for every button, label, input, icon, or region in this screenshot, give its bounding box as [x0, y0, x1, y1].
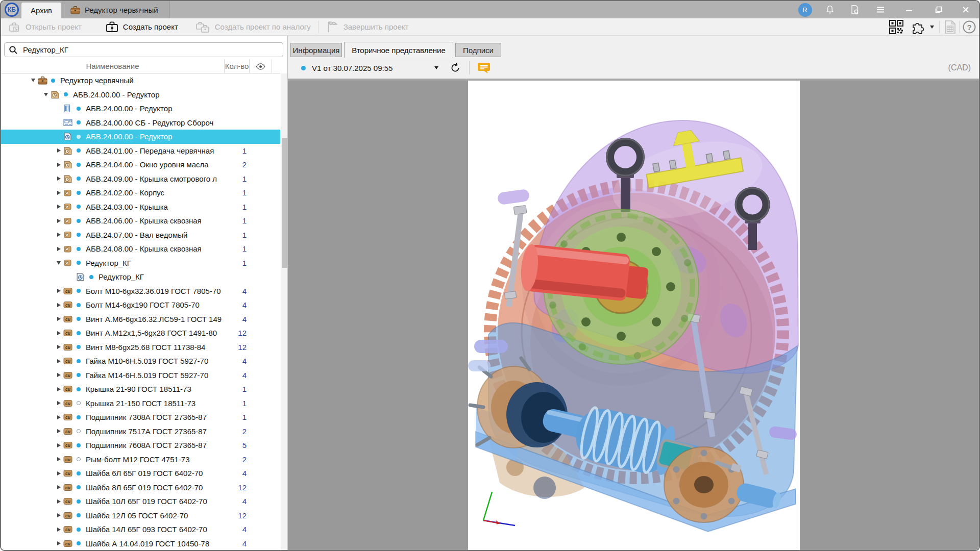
tree-row[interactable]: сиВинт М8-6gx25.68 ГОСТ 11738-8412	[1, 340, 280, 355]
tab-archive[interactable]: Архив	[21, 3, 61, 18]
tree-row[interactable]: Редуктор_КГ1	[1, 256, 280, 270]
expander-icon[interactable]	[29, 79, 38, 82]
tab-signatures[interactable]: Подписи	[455, 43, 501, 57]
expander-icon[interactable]	[54, 148, 63, 153]
user-avatar[interactable]: R	[796, 1, 814, 18]
tree-row[interactable]: сиШайба 14Л 65Г 093 ГОСТ 6402-704	[1, 522, 280, 537]
tree-row[interactable]: сиШайба А 14.04.019 ГОСТ 10450-784	[1, 537, 280, 550]
finish-project-button[interactable]: Завершить проект	[326, 20, 409, 34]
menu-icon[interactable]	[872, 1, 889, 18]
create-project-button[interactable]: Создать проект	[105, 20, 178, 34]
expander-icon[interactable]	[54, 177, 63, 181]
status-dot	[77, 317, 81, 321]
expander-icon[interactable]	[54, 303, 63, 307]
expander-icon[interactable]	[54, 261, 63, 265]
expander-icon[interactable]	[54, 233, 63, 237]
expander-icon[interactable]	[54, 415, 63, 419]
tree-row[interactable]: сиБолт М14-6gx190 ГОСТ 7805-704	[1, 298, 280, 312]
expander-icon[interactable]	[54, 205, 63, 209]
tab-project[interactable]: Редуктор червячный	[62, 1, 170, 18]
expander-icon[interactable]	[54, 429, 63, 433]
qr-code-icon[interactable]	[888, 18, 904, 36]
expander-icon[interactable]	[54, 359, 63, 363]
column-header-name[interactable]: Наименование	[1, 59, 224, 73]
tree-row[interactable]: АБВ.24.00.00 - Редуктор	[1, 102, 280, 116]
expander-icon[interactable]	[54, 345, 63, 349]
status-dot	[77, 331, 81, 335]
expander-icon[interactable]	[54, 247, 63, 251]
tree-row[interactable]: сиШайба 10Л 65Г 019 ГОСТ 6402-704	[1, 494, 280, 509]
tree-row[interactable]: Редуктор червячный	[1, 73, 280, 88]
expander-icon[interactable]	[54, 401, 63, 405]
tree-row[interactable]: АБВ.24.00.00 - Редуктор	[1, 88, 280, 102]
tree-row[interactable]: сиВинт А.М12х1,5-6gx28 ГОСТ 1491-8012	[1, 326, 280, 340]
expander-icon[interactable]	[54, 443, 63, 447]
tree-row[interactable]: АБВ.24.08.00 - Крышка сквозная1	[1, 242, 280, 256]
plugins-dropdown-arrow[interactable]	[930, 25, 934, 29]
column-header-qty[interactable]: Кол-во	[224, 59, 250, 73]
refresh-icon[interactable]	[450, 62, 461, 73]
tree-row[interactable]: сиВинт А.М6-6gx16.32.ЛС59-1 ГОСТ 1494	[1, 312, 280, 327]
search-input[interactable]	[22, 45, 279, 55]
expander-icon[interactable]	[54, 528, 63, 532]
expander-icon[interactable]	[54, 219, 63, 223]
tree-row[interactable]: сиПодшипник 7308А ГОСТ 27365-871	[1, 410, 280, 424]
tree-scrollbar-thumb[interactable]	[282, 138, 287, 268]
visibility-column-header[interactable]	[250, 59, 272, 73]
notifications-bell-icon[interactable]	[821, 1, 839, 18]
tree-row[interactable]: сиГайка М14-6Н.5.019 ГОСТ 5927-704	[1, 368, 280, 383]
tree-row[interactable]: сиРым-болт М12 ГОСТ 4751-732	[1, 453, 280, 467]
expander-icon[interactable]	[54, 485, 63, 489]
close-button[interactable]	[957, 1, 974, 18]
tree-row[interactable]: АБВ.24.07.00 - Вал ведомый1	[1, 228, 280, 242]
tree-row[interactable]: Редуктор_КГ	[1, 270, 280, 284]
tree-row[interactable]: АБВ.24.04.00 - Окно уровня масла2	[1, 158, 280, 172]
version-select[interactable]: V1 от 30.07.2025 09:55	[312, 64, 393, 72]
expander-icon[interactable]	[54, 471, 63, 475]
create-project-analog-button[interactable]: Создать проект по аналогу	[195, 20, 311, 34]
cad-viewport[interactable]	[288, 81, 979, 550]
expander-icon[interactable]	[54, 457, 63, 461]
expander-icon[interactable]	[54, 289, 63, 293]
tree-row[interactable]: АБВ.24.00.00 - Редуктор	[1, 130, 280, 144]
expander-icon[interactable]	[54, 163, 63, 167]
expander-icon[interactable]	[54, 387, 63, 391]
version-dropdown-arrow[interactable]	[434, 66, 438, 69]
expander-icon[interactable]	[54, 373, 63, 377]
search-box[interactable]	[4, 42, 283, 57]
expander-icon[interactable]	[54, 541, 63, 545]
open-project-button[interactable]: Открыть проект	[8, 20, 82, 34]
tree-row[interactable]: сиКрышка 21-150 ГОСТ 18511-731	[1, 396, 280, 411]
tree-scrollbar[interactable]	[281, 73, 287, 550]
model-page[interactable]	[468, 81, 800, 550]
tree-row[interactable]: сиБолт М10-6gx32.36.019 ГОСТ 7805-704	[1, 284, 280, 298]
report-icon[interactable]	[942, 18, 958, 36]
tree-row[interactable]: сиШайба 6Л 65Г 019 ГОСТ 6402-704	[1, 466, 280, 481]
expander-icon[interactable]	[41, 93, 51, 96]
tree-row[interactable]: сиШайба 12Л 05 ГОСТ 6402-7012	[1, 509, 280, 523]
tree-row[interactable]: АБВ.24.00.00 СБ - Редуктор Сбороч	[1, 116, 280, 130]
expander-icon[interactable]	[54, 191, 63, 195]
expander-icon[interactable]	[54, 513, 63, 517]
expander-icon[interactable]	[54, 499, 63, 504]
maximize-button[interactable]	[930, 1, 947, 18]
tree-row[interactable]: АБВ.24.06.00 - Крышка сквозная1	[1, 214, 280, 228]
tree-row[interactable]: АБВ.24.01.00 - Передача червячная1	[1, 144, 280, 158]
tab-information[interactable]: Информация	[290, 43, 342, 57]
tree-row[interactable]: АБВ.24.09.00 - Крышка смотрового л1	[1, 172, 280, 186]
document-settings-icon[interactable]	[846, 1, 864, 18]
minimize-button[interactable]	[900, 1, 918, 18]
tab-secondary-representation[interactable]: Вторичное представление	[344, 42, 453, 58]
tree-row[interactable]: АБВ.24.02.00 - Корпус1	[1, 186, 280, 200]
expander-icon[interactable]	[54, 331, 63, 335]
comments-icon[interactable]	[477, 61, 491, 74]
tree-row[interactable]: сиКрышка 21-90 ГОСТ 18511-731	[1, 382, 280, 396]
tree-row[interactable]: сиПодшипник 7517А ГОСТ 27365-872	[1, 424, 280, 439]
tree-row[interactable]: сиШайба 8Л 65Г 019 ГОСТ 6402-7012	[1, 481, 280, 495]
expander-icon[interactable]	[54, 317, 63, 321]
help-icon[interactable]: ?	[962, 18, 977, 36]
tree-row[interactable]: сиПодшипник 7608А ГОСТ 27365-875	[1, 438, 280, 453]
tree-row[interactable]: АБВ.24.03.00 - Крышка1	[1, 200, 280, 214]
tree-row[interactable]: сиГайка М10-6Н.5.019 ГОСТ 5927-704	[1, 354, 280, 368]
plugins-puzzle-icon[interactable]	[910, 18, 927, 36]
